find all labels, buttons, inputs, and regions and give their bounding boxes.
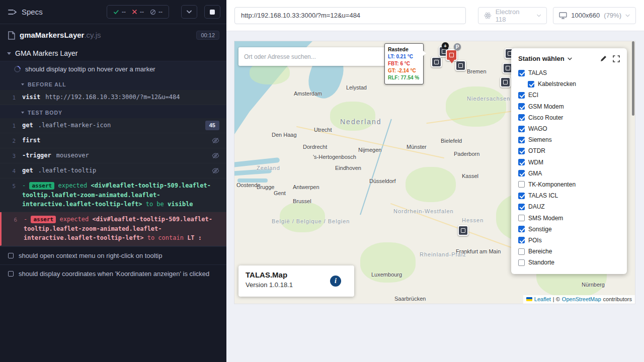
url-bar[interactable]: http://192.168.10.33:3000/?m=12&u=484: [234, 7, 466, 24]
checkbox-label: ECI: [528, 92, 538, 99]
search-input[interactable]: [244, 53, 386, 60]
aut-url: http://192.168.10.33:3000/?m=12&u=484: [241, 12, 360, 19]
assert-row-passed[interactable]: 5 - assert expected <div#leaflet-tooltip…: [0, 178, 226, 212]
station-marker[interactable]: [431, 57, 442, 67]
checkbox[interactable]: [518, 92, 525, 99]
checkbox[interactable]: [518, 204, 525, 210]
station-filter-item[interactable]: Kabelstrecken: [518, 78, 620, 89]
spec-header: gmaMarkersLayer.cy.js 00:12: [0, 24, 226, 45]
command-row[interactable]: 4get.leaflet-tooltip: [0, 163, 226, 178]
station-filter-item[interactable]: TALAS ICL: [518, 190, 620, 201]
station-filter-item[interactable]: Standorte: [518, 257, 620, 268]
checkbox-label: POIs: [528, 237, 542, 244]
station-filter-item[interactable]: WAGO: [518, 123, 620, 134]
station-filter-item[interactable]: GMA: [518, 168, 620, 179]
station-marker[interactable]: [458, 225, 468, 236]
map-place-label: Amsterdam: [294, 90, 322, 97]
station-filter-item[interactable]: POIs: [518, 235, 620, 246]
map-place-label: Bremen: [467, 68, 487, 74]
station-marker[interactable]: [500, 77, 511, 87]
station-icon: [461, 228, 465, 233]
station-filter-item[interactable]: WDM: [518, 157, 620, 168]
command-row[interactable]: 3-triggermouseover: [0, 148, 226, 163]
map-place-label: Nordrhein-Westfalen: [393, 208, 454, 214]
checkbox[interactable]: [518, 148, 525, 154]
checkbox[interactable]: [518, 215, 525, 221]
specs-menu-icon[interactable]: [8, 9, 17, 16]
checkbox-label: TALAS: [528, 69, 547, 76]
station-filter-item[interactable]: Cisco Router: [518, 112, 620, 123]
attribution-separator: | ©: [553, 296, 560, 302]
station-tooltip[interactable]: Rastede LT: 0.21 °CFBT: 6 °CGT: -2.14 °C…: [384, 43, 424, 84]
child-dash: -: [22, 182, 26, 189]
leaflet-link[interactable]: Leaflet: [534, 296, 551, 302]
pending-test-row[interactable]: should display coordinates when 'Koordin…: [0, 264, 226, 283]
checkbox[interactable]: [518, 170, 525, 176]
specs-label[interactable]: Specs: [22, 8, 43, 16]
command-number: 3: [0, 151, 22, 160]
chevron-down-icon[interactable]: [568, 57, 572, 60]
suite-header[interactable]: GMA Markers Layer: [0, 45, 226, 61]
checkbox[interactable]: [518, 248, 525, 255]
station-filter-item[interactable]: GSM Modem: [518, 101, 620, 112]
station-filter-item[interactable]: Sonstige: [518, 224, 620, 235]
station-filter-item[interactable]: TK-Komponenten: [518, 179, 620, 190]
active-test[interactable]: should display tooltip on hover over a m…: [0, 61, 226, 77]
station-filter-item[interactable]: Siemens: [518, 134, 620, 145]
command-row[interactable]: 1 visit http://192.168.10.33:3000/?m=12&…: [0, 90, 226, 105]
browser-selector[interactable]: Electron 118: [478, 7, 547, 24]
checkbox[interactable]: [518, 237, 525, 243]
station-filter-item[interactable]: TALAS: [518, 67, 620, 78]
checkbox[interactable]: [528, 81, 534, 87]
map-place-label: Nijmegen: [358, 147, 381, 153]
map-place-label: Münster: [407, 144, 427, 150]
map-place-label: Paderborn: [454, 151, 479, 157]
fullscreen-icon[interactable]: [613, 55, 620, 62]
station-filter-item[interactable]: Bereiche: [518, 246, 620, 257]
command-row[interactable]: 1get.leaflet-marker-icon45: [0, 118, 226, 133]
map-canvas[interactable]: AmsterdamLelystadUtrechtDen HaagDordrech…: [234, 41, 635, 304]
command-row[interactable]: 2first: [0, 133, 226, 148]
map-place-label: Dordrecht: [303, 144, 327, 150]
stop-icon: [210, 10, 215, 15]
station-icon: [434, 60, 439, 64]
pending-test-row[interactable]: should open context menu on right-click …: [0, 246, 226, 264]
edit-pencil-icon[interactable]: [600, 55, 607, 62]
checkbox[interactable]: [518, 103, 525, 110]
osm-link[interactable]: OpenStreetMap: [562, 296, 601, 302]
checkbox[interactable]: [518, 137, 525, 143]
stage-header: http://192.168.10.33:3000/?m=12&u=484 El…: [226, 0, 644, 31]
stop-button[interactable]: [204, 5, 220, 19]
viewport-selector[interactable]: 1000x660 (79%): [553, 7, 636, 24]
checkbox[interactable]: [518, 259, 525, 266]
checkbox[interactable]: [518, 126, 525, 132]
selected-station-marker[interactable]: [446, 49, 457, 61]
command-method: -trigger: [22, 151, 51, 160]
forest-area: [446, 86, 506, 127]
assert-row-failed[interactable]: 6 - assert expected <div#leaflet-tooltip…: [0, 212, 226, 246]
checkbox[interactable]: [518, 70, 525, 76]
test-body-section[interactable]: TEST BODY: [0, 105, 226, 118]
info-icon[interactable]: i: [330, 276, 341, 287]
collapse-all-button[interactable]: [181, 5, 197, 19]
checkbox[interactable]: [518, 181, 525, 188]
checkbox[interactable]: [518, 193, 525, 199]
map-control-badge[interactable]: P: [454, 43, 461, 50]
command-number: 5: [0, 181, 22, 191]
map-control-badge[interactable]: +: [442, 42, 449, 49]
checkbox-label: Bereiche: [528, 248, 552, 255]
before-all-section[interactable]: BEFORE ALL: [0, 77, 226, 90]
station-filter-item[interactable]: SMS Modem: [518, 212, 620, 223]
station-filter-item[interactable]: OTDR: [518, 145, 620, 156]
station-filter-item[interactable]: DAUZ: [518, 201, 620, 212]
map-search-control: [238, 47, 391, 66]
aut-scrollbar[interactable]: [632, 41, 634, 116]
assert-expected-value: LT :: [187, 234, 202, 241]
viewport-icon: [559, 12, 567, 19]
checkbox[interactable]: [518, 226, 525, 232]
station-dropdown[interactable]: Station wählen: [518, 55, 565, 62]
station-marker[interactable]: [455, 60, 466, 71]
station-filter-item[interactable]: ECI: [518, 89, 620, 101]
checkbox[interactable]: [518, 114, 525, 121]
checkbox[interactable]: [518, 159, 525, 165]
